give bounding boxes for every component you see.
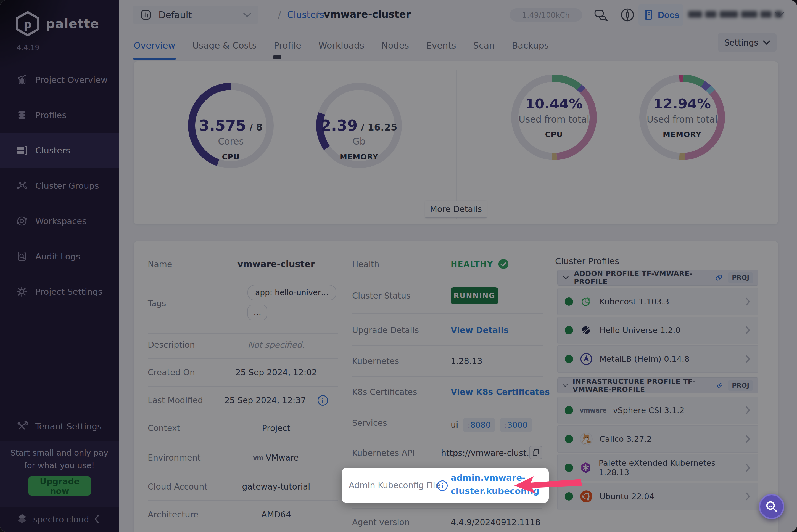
- search-fab-button[interactable]: [759, 494, 784, 519]
- tour-arrow: [512, 474, 584, 497]
- tour-dim-overlay: [0, 0, 797, 532]
- app-root: p palette 4.4.19 Project Overview Profil…: [0, 0, 797, 532]
- admin-kubeconfig-label: Admin Kubeconfig File: [349, 480, 440, 490]
- search-icon: [764, 499, 779, 514]
- info-icon[interactable]: [437, 480, 448, 491]
